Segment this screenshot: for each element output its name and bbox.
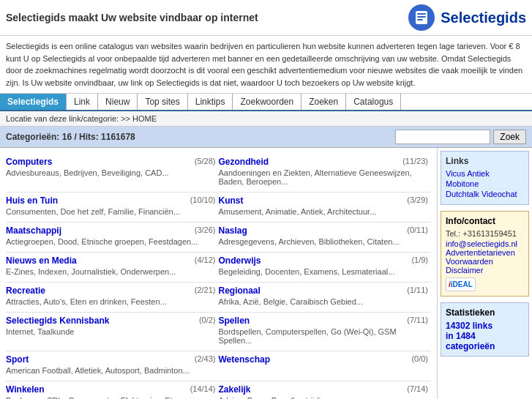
cat-item: Recreatie(2/21)Attracties, Auto's, Eten … — [6, 283, 219, 313]
stats-cats-count: in 1484 categorieën — [446, 331, 524, 351]
cat-item: Maatschappij(3/26)Actiegroepen, Dood, Et… — [6, 223, 219, 253]
sidebar-info-box: Info/contact Tel.: +31613159451 info@sel… — [441, 211, 529, 297]
cat-item: Regionaal(1/11)Afrika, Azië, Belgie, Car… — [219, 283, 432, 313]
cat-link[interactable]: Selectiegids Kennisbank — [6, 316, 109, 326]
cat-item: Huis en Tuin(10/10)Consumenten, Doe het … — [6, 193, 219, 223]
sidebar: Links Vicus AntiekMobitoneDutchtalk Vide… — [437, 148, 532, 399]
cat-count: (2/43) — [195, 354, 216, 363]
sidebar-stats-box: Statistieken 14302 links in 1484 categor… — [441, 302, 529, 357]
logo-area: Selectiegids — [408, 4, 526, 31]
sidebar-info-links: AdvertentietarievenVoorwaardenDisclaimer — [446, 248, 524, 275]
cat-link[interactable]: Spellen — [219, 316, 250, 326]
nav-item-top-sites[interactable]: Top sites — [138, 94, 187, 110]
sidebar-link-item[interactable]: Vicus Antiek — [446, 169, 524, 178]
cat-count: (5/28) — [195, 157, 216, 165]
cat-link[interactable]: Huis en Tuin — [6, 195, 58, 206]
search-area: Zoek — [395, 130, 526, 144]
cat-desc: Internet, Taalkunde — [6, 327, 216, 336]
svg-rect-3 — [417, 19, 423, 20]
cat-item: Selectiegids Kennisbank(0/2)Internet, Ta… — [6, 313, 219, 351]
categories-column: Computers(5/28)Adviesbureaus, Bedrijven,… — [0, 148, 437, 399]
header: Selectiegids maakt Uw website vindbaar o… — [0, 0, 532, 36]
search-input[interactable] — [395, 130, 490, 144]
cat-link[interactable]: Kunst — [219, 195, 244, 206]
cat-link[interactable]: Computers — [6, 157, 52, 167]
cat-count: (0/0) — [411, 354, 428, 363]
logo-text: Selectiegids — [441, 10, 526, 26]
stats-links-count: 14302 links — [446, 321, 524, 331]
ideal-label: iDEAL — [451, 280, 473, 288]
cat-item: Nieuws en Media(4/12)E-Zines, Indexen, J… — [6, 253, 219, 283]
cat-link[interactable]: Naslag — [219, 225, 247, 236]
search-button[interactable]: Zoek — [493, 130, 526, 144]
cat-link[interactable]: Maatschappij — [6, 225, 61, 236]
nav-item-catalogus[interactable]: Catalogus — [346, 94, 401, 110]
sidebar-links-list: Vicus AntiekMobitoneDutchtalk Videochat — [446, 169, 524, 198]
cat-count: (0/11) — [407, 225, 428, 234]
cat-link[interactable]: Winkelen — [6, 384, 45, 395]
categories-count: 16 — [62, 132, 72, 142]
sidebar-links-box: Links Vicus AntiekMobitoneDutchtalk Vide… — [441, 151, 529, 205]
statsbar-info: Categorieën: 16 / Hits: 1161678 — [6, 132, 135, 142]
cat-item: Computers(5/28)Adviesbureaus, Bedrijven,… — [6, 154, 219, 193]
cat-link[interactable]: Nieuws en Media — [6, 256, 77, 266]
cat-desc: Adresgegevens, Archieven, Bibliotheken, … — [219, 237, 429, 246]
cat-link[interactable]: Zakelijk — [219, 384, 251, 395]
sidebar-link-item[interactable]: Dutchtalk Videochat — [446, 190, 524, 198]
sidebar-info-link-item[interactable]: Voorwaarden — [446, 257, 524, 266]
sidebar-link-item[interactable]: Mobitone — [446, 179, 524, 188]
categories-grid: Computers(5/28)Adviesbureaus, Bedrijven,… — [6, 154, 431, 399]
cat-link[interactable]: Gezondheid — [219, 157, 269, 167]
nav-item-zoekwoorden[interactable]: Zoekwoorden — [233, 94, 301, 110]
main-content: Computers(5/28)Adviesbureaus, Bedrijven,… — [0, 148, 532, 399]
nav-item-selectiegids[interactable]: Selectiegids — [0, 94, 67, 110]
cat-count: (4/12) — [195, 256, 216, 264]
sidebar-info-link-item[interactable]: Advertentietarieven — [446, 248, 524, 257]
categories-label: Categorieën: — [6, 132, 59, 142]
cat-item: Gezondheid(11/23)Aandoeningen en Ziekten… — [219, 154, 432, 193]
cat-desc: Consumenten, Doe het zelf, Familie, Fina… — [6, 207, 216, 216]
cat-desc: Bordspellen, Computerspellen, Go (Wei-Qi… — [219, 327, 429, 345]
cat-desc: Advies, Bouw, Brandbestrijding en — [219, 396, 429, 399]
cat-desc: Boeken en CD's, Consumenten Elektronica,… — [6, 396, 216, 399]
sidebar-email[interactable]: info@selectiegids.nl — [446, 239, 524, 248]
cat-link[interactable]: Wetenschap — [219, 354, 270, 365]
sidebar-links-title: Links — [446, 156, 524, 166]
nav-item-nieuw[interactable]: Nieuw — [98, 94, 138, 110]
cat-desc: E-Zines, Indexen, Journalistiek, Onderwe… — [6, 267, 216, 276]
cat-desc: Amusement, Animatie, Antiek, Architectuu… — [219, 207, 429, 216]
cat-desc: Attracties, Auto's, Eten en drinken, Fee… — [6, 297, 216, 306]
cat-link[interactable]: Regionaal — [219, 286, 261, 296]
cat-desc: Actiegroepen, Dood, Etnische groepen, Fe… — [6, 237, 216, 246]
cat-item: Zakelijk(7/14)Advies, Bouw, Brandbestrij… — [219, 381, 432, 399]
breadcrumb: Locatie van deze link/categorie: >> HOME — [0, 111, 532, 127]
hits-label: / Hits: — [74, 132, 101, 142]
cat-item: Naslag(0/11)Adresgegevens, Archieven, Bi… — [219, 223, 432, 253]
cat-item: Onderwijs(1/9)Begeleiding, Docenten, Exa… — [219, 253, 432, 283]
navbar: SelectiegidsLinkNieuwTop sitesLinktipsZo… — [0, 94, 532, 111]
cat-desc: American Football, Atletiek, Autosport, … — [6, 366, 216, 375]
nav-item-linktips[interactable]: Linktips — [188, 94, 233, 110]
statsbar: Categorieën: 16 / Hits: 1161678 Zoek — [0, 127, 532, 148]
cat-item: Spellen(7/11)Bordspellen, Computerspelle… — [219, 313, 432, 351]
logo-icon — [408, 4, 435, 31]
nav-item-zoeken[interactable]: Zoeken — [301, 94, 346, 110]
cat-count: (2/21) — [195, 286, 216, 294]
svg-rect-1 — [417, 13, 426, 15]
cat-desc: Adviesbureaus, Bedrijven, Beveiliging, C… — [6, 168, 216, 177]
cat-count: (0/2) — [199, 316, 216, 324]
cat-count: (1/11) — [407, 286, 428, 294]
cat-count: (10/10) — [190, 195, 216, 204]
cat-link[interactable]: Sport — [6, 354, 29, 365]
cat-count: (1/9) — [411, 256, 428, 264]
cat-count: (3/29) — [407, 195, 428, 204]
svg-rect-2 — [417, 16, 426, 18]
cat-link[interactable]: Onderwijs — [219, 256, 261, 266]
ideal-badge: iiDEAL — [446, 277, 476, 291]
nav-item-link[interactable]: Link — [67, 94, 98, 110]
cat-link[interactable]: Recreatie — [6, 286, 45, 296]
sidebar-stats-title: Statistieken — [446, 307, 524, 318]
sidebar-info-link-item[interactable]: Disclaimer — [446, 266, 524, 275]
cat-desc: Begeleiding, Docenten, Examens, Lesmater… — [219, 267, 429, 276]
cat-item: Wetenschap(0/0) — [219, 351, 432, 381]
